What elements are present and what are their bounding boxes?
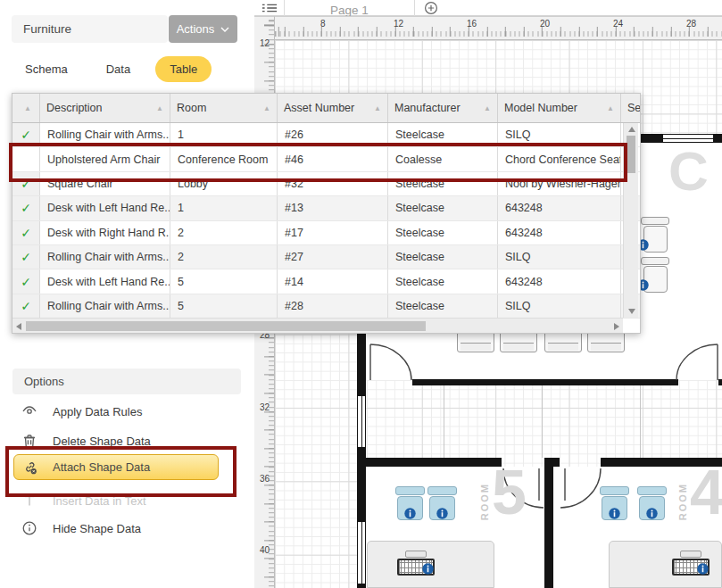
room5-word-label: ROOM: [479, 483, 490, 520]
scroll-down-icon[interactable]: [628, 309, 635, 314]
cell-room: 1: [170, 123, 278, 146]
cell-manufacturer: Steelcase: [388, 294, 498, 318]
cell-asset-number: #26: [278, 123, 388, 146]
table-row[interactable]: ✓ Rolling Chair with Arms... 2 #27 Steel…: [12, 245, 640, 269]
plus-circle-icon: [424, 1, 438, 15]
horizontal-scroll-thumb[interactable]: [26, 321, 426, 331]
cell-asset-number: #32: [278, 172, 388, 195]
cell-asset-number: #17: [278, 221, 388, 244]
wall: [357, 333, 366, 396]
page-list-button[interactable]: [254, 0, 285, 16]
ruler-number: 24: [613, 19, 623, 29]
wall: [357, 458, 502, 467]
cell-room: 1: [170, 196, 278, 219]
tab-table[interactable]: Table: [155, 56, 212, 82]
guest-chair-shape[interactable]: [427, 486, 457, 520]
guest-chair-shape[interactable]: [637, 486, 667, 520]
column-header-description[interactable]: Description▲: [40, 94, 170, 122]
vertical-scroll-thumb[interactable]: [627, 136, 635, 173]
tab-label: Table: [170, 62, 197, 76]
info-badge[interactable]: [697, 562, 709, 574]
cell-description: Rolling Chair with Arms...: [40, 245, 170, 269]
check-icon: ✓: [21, 275, 31, 289]
structure-line: [542, 385, 543, 458]
guest-chair-shape[interactable]: [395, 486, 425, 520]
info-badge[interactable]: [436, 507, 448, 518]
cell-manufacturer: Steelcase: [388, 172, 498, 195]
info-badge[interactable]: [422, 562, 434, 574]
info-badge[interactable]: [646, 507, 658, 518]
table-row[interactable]: ✓ Rolling Chair with Arms... 5 #28 Steel…: [12, 294, 640, 319]
column-header-room[interactable]: Room▲: [170, 94, 278, 122]
column-header-asset-number[interactable]: Asset Number▲: [278, 94, 388, 122]
info-badge[interactable]: [609, 507, 620, 518]
tab-schema[interactable]: Schema: [16, 56, 77, 82]
cell-description: Square Chair: [40, 172, 170, 195]
add-page-button[interactable]: [424, 1, 438, 15]
check-icon: ✓: [21, 299, 31, 313]
table-row[interactable]: ✓ Desk with Left Hand Re... 5 #14 Steelc…: [12, 269, 640, 294]
horizontal-scrollbar[interactable]: [12, 318, 623, 333]
scroll-up-icon[interactable]: [628, 127, 635, 132]
printer-shape[interactable]: [397, 551, 435, 579]
check-icon: ✓: [21, 177, 31, 191]
table-row[interactable]: ✓ Rolling Chair with Arms... 1 #26 Steel…: [12, 123, 640, 147]
info-circle-icon: [21, 520, 37, 536]
ruler-number: 40: [254, 545, 270, 555]
cell-room: 5: [170, 294, 278, 318]
tab-data[interactable]: Data: [97, 56, 139, 82]
horizontal-ruler: 8 12 16 20 24 28: [275, 16, 722, 40]
table-row[interactable]: ✓ Desk with Left Hand Re... 1 #13 Steelc…: [12, 196, 640, 220]
chair-back: [641, 257, 669, 265]
column-header-se[interactable]: Se: [621, 94, 640, 122]
cell-description: Upholstered Arm Chair: [40, 147, 170, 170]
sort-icon: ▲: [24, 104, 31, 112]
table-row[interactable]: ✓ Square Chair Lobby #32 Steelcase Nooi …: [12, 172, 640, 196]
scroll-right-icon[interactable]: [614, 323, 619, 330]
cell-description: Rolling Chair with Arms...: [40, 123, 170, 146]
menu-item-attach-shape-data[interactable]: Attach Shape Data: [13, 454, 219, 480]
cell-model-number: 643248: [498, 196, 621, 219]
printer-shape[interactable]: [672, 551, 710, 579]
trash-icon: [21, 433, 37, 449]
chair-back: [641, 217, 669, 225]
office-chair-shape[interactable]: [641, 217, 669, 254]
chair-back: [427, 486, 457, 495]
menu-item-hide-shape-data[interactable]: Hide Shape Data: [12, 516, 241, 541]
guest-chair-shape[interactable]: [600, 486, 629, 520]
printer-hood: [680, 551, 701, 558]
check-icon: ✓: [21, 250, 31, 264]
column-header-status[interactable]: ▲: [12, 94, 40, 122]
door[interactable]: [369, 344, 413, 381]
office-chair-shape[interactable]: [641, 257, 669, 294]
menu-item-apply-data-rules[interactable]: Apply Data Rules: [12, 399, 241, 424]
cell-manufacturer: Steelcase: [388, 123, 498, 146]
printer-hood: [405, 551, 427, 558]
actions-button[interactable]: Actions: [169, 15, 237, 43]
ruler-number: 16: [467, 19, 477, 29]
page-tab[interactable]: Page 1: [285, 0, 415, 16]
tab-label: Schema: [25, 62, 68, 76]
cell-room: 2: [170, 245, 278, 269]
door[interactable]: [558, 467, 602, 509]
scroll-left-icon[interactable]: [16, 323, 21, 330]
table-row[interactable]: ✓ Desk with Right Hand R... 2 #17 Steelc…: [12, 221, 640, 245]
check-icon: ✓: [21, 128, 31, 142]
dataset-name-field[interactable]: Furniture: [12, 15, 168, 43]
room5-number-label: 5: [492, 457, 527, 528]
info-badge[interactable]: [404, 507, 416, 518]
cell-model-number: Chord Conference Seat...: [498, 147, 621, 170]
cell-room: 2: [170, 221, 278, 244]
vertical-scrollbar[interactable]: [623, 123, 638, 318]
ruler-number: 36: [254, 474, 270, 484]
column-label: Manufacturer: [394, 102, 461, 114]
table-header-row: ▲ Description▲ Room▲ Asset Number▲ Manuf…: [12, 94, 640, 123]
column-header-manufacturer[interactable]: Manufacturer▲: [388, 94, 498, 122]
structure-line: [444, 385, 444, 458]
table-row-selected[interactable]: Upholstered Arm Chair Conference Room #4…: [12, 147, 640, 171]
menu-item-delete-shape-data[interactable]: Delete Shape Data: [12, 428, 241, 453]
column-header-model-number[interactable]: Model Number▲: [498, 94, 621, 122]
chair-back: [637, 486, 667, 495]
door[interactable]: [675, 344, 719, 381]
wall: [357, 584, 366, 588]
